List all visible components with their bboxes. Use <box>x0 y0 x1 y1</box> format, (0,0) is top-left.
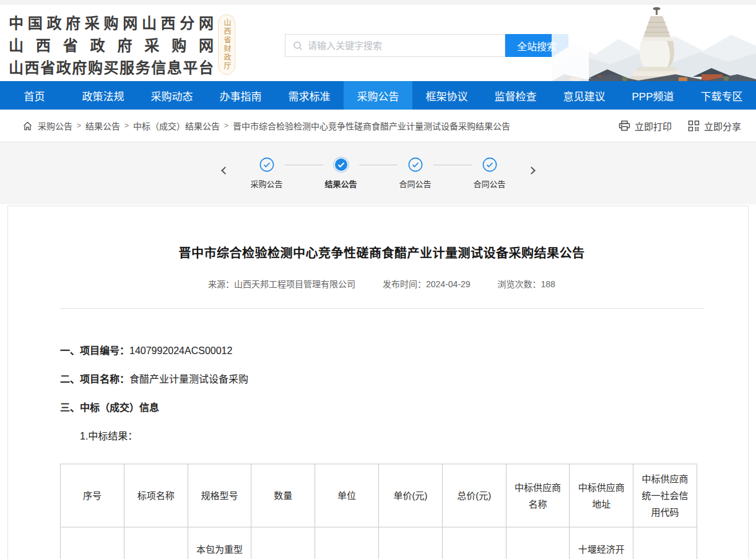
table-cell: 1 <box>61 527 124 559</box>
step-check-icon <box>407 157 424 173</box>
nav-item-7[interactable]: 框架协议 <box>412 81 481 110</box>
breadcrumb-separator: > <box>77 121 81 130</box>
article-view-count: 浏览次数：188 <box>498 279 555 289</box>
header-scenery-illustration <box>552 5 756 81</box>
step-采购公告-1[interactable]: 采购公告 <box>249 157 285 189</box>
table-cell: 湖北凯瑞专用车销售有限公司 <box>506 527 570 559</box>
table-column-header-8: 中标供应商名称 <box>506 464 570 527</box>
logo-line-2: 山西省政府采购网 <box>9 35 214 57</box>
table-column-header-7: 总价(元) <box>442 464 506 527</box>
finance-department-badge: 山西省财政厅 <box>218 14 235 75</box>
table-cell: 报价：849 000（元） <box>442 527 506 559</box>
article-section-3: 三、中标（成交）信息 <box>60 399 703 414</box>
article-publish-date: 发布时间：2024-04-29 <box>383 279 471 289</box>
nav-item-6[interactable]: 采购公告 <box>344 81 412 110</box>
table-column-header-9: 中标供应商地址 <box>570 464 633 527</box>
step-check-icon <box>333 157 349 173</box>
share-label: 立即分享 <box>704 119 741 132</box>
steps-next-chevron[interactable] <box>528 167 536 175</box>
step-connector <box>285 165 323 165</box>
step-合同公告-3[interactable]: 合同公告 <box>398 157 433 189</box>
breadcrumb-link-2[interactable]: 结果公告 <box>85 119 120 132</box>
announcement-card: 晋中市综合检验检测中心竞争性磋商食醋产业计量测试设备采购结果公告 来源：山西天邦… <box>7 206 749 559</box>
table-column-header-5: 单位 <box>315 464 379 527</box>
step-connector <box>433 165 472 165</box>
section-label: 一、项目编号： <box>60 345 129 356</box>
nav-item-1[interactable]: 首页 <box>0 81 69 110</box>
breadcrumb-link-3[interactable]: 中标（成交）结果公告 <box>133 119 220 132</box>
search-icon <box>293 41 303 51</box>
step-label: 合同公告 <box>399 178 431 189</box>
procurement-steps: 采购公告结果公告合同公告合同公告 <box>222 157 534 189</box>
table-column-header-10: 中标供应商统一社会信用代码 <box>633 464 697 527</box>
printer-icon <box>619 120 630 131</box>
article-section-2: 二、项目名称：食醋产业计量测试设备采购 <box>60 371 703 386</box>
print-label: 立即打印 <box>635 119 672 132</box>
step-label: 结果公告 <box>324 178 357 189</box>
table-cell <box>378 527 442 559</box>
breadcrumb-separator: > <box>124 121 129 130</box>
article-section-4: 1.中标结果： <box>60 428 703 443</box>
site-search: 全站搜索 <box>285 34 568 57</box>
table-column-header-4: 数量 <box>251 464 315 527</box>
page-title: 晋中市综合检验检测中心竞争性磋商食醋产业计量测试设备采购结果公告 <box>60 243 703 261</box>
search-input[interactable] <box>308 40 493 51</box>
section-value: 食醋产业计量测试设备采购 <box>129 374 248 384</box>
breadcrumb-current: 晋中市综合检验检测中心竞争性磋商食醋产业计量测试设备采购结果公告 <box>233 119 510 132</box>
divider <box>60 308 703 309</box>
section-value: 1.中标结果： <box>80 431 137 441</box>
step-connector <box>359 165 398 165</box>
breadcrumb-link-1[interactable]: 采购公告 <box>38 119 72 132</box>
nav-item-11[interactable]: 下载专区 <box>687 81 756 110</box>
table-cell: 采购包1 <box>124 527 188 559</box>
qr-share-icon <box>688 120 700 131</box>
print-button[interactable]: 立即打印 <box>619 119 672 132</box>
table-cell <box>315 527 379 559</box>
article-meta: 来源：山西天邦工程项目管理有限公司 发布时间：2024-04-29 浏览次数：1… <box>60 277 703 290</box>
browser-top-strip <box>0 0 756 5</box>
table-column-header-2: 标项名称 <box>124 464 188 527</box>
nav-item-4[interactable]: 办事指南 <box>206 81 275 110</box>
nav-item-3[interactable]: 采购动态 <box>137 81 206 110</box>
section-label: 三、中标（成交）信息 <box>60 402 159 413</box>
step-合同公告-4[interactable]: 合同公告 <box>472 157 508 189</box>
breadcrumb-bar: 采购公告>结果公告>中标（成交）结果公告>晋中市综合检验检测中心竞争性磋商食醋产… <box>0 110 756 142</box>
breadcrumb: 采购公告>结果公告>中标（成交）结果公告>晋中市综合检验检测中心竞争性磋商食醋产… <box>22 119 619 132</box>
table-cell: 本包为重型特殊结构货车（计量检衡车）的采购 <box>188 527 251 559</box>
nav-item-2[interactable]: 政策法规 <box>69 81 137 110</box>
nav-item-9[interactable]: 意见建议 <box>550 81 619 110</box>
table-cell: 十堰经济开发区白浪中路84号荣港花园1栋4单元202 <box>570 527 633 559</box>
table-column-header-3: 规格型号 <box>188 464 251 527</box>
procurement-steps-band: 采购公告结果公告合同公告合同公告 <box>0 142 756 204</box>
article-section-1: 一、项目编号：1407992024ACS00012 <box>60 342 703 357</box>
table-body: 1采购包1本包为重型特殊结构货车（计量检衡车）的采购报价：849 000（元）湖… <box>61 527 697 559</box>
step-label: 采购公告 <box>250 178 282 189</box>
search-box[interactable] <box>285 34 505 57</box>
site-header: 中国政府采购网山西分网 山西省政府采购网 山西省政府购买服务信息平台 山西省财政… <box>0 5 756 81</box>
table-row: 1采购包1本包为重型特殊结构货车（计量检衡车）的采购报价：849 000（元）湖… <box>61 527 697 559</box>
table-column-header-6: 单价(元) <box>378 464 442 527</box>
section-label: 二、项目名称： <box>60 374 129 384</box>
steps-prev-chevron[interactable] <box>221 167 229 175</box>
article-source: 来源：山西天邦工程项目管理有限公司 <box>208 279 355 289</box>
table-cell <box>251 527 315 559</box>
table-header-row: 序号标项名称规格型号数量单位单价(元)总价(元)中标供应商名称中标供应商地址中标… <box>61 464 697 527</box>
logo-line-3: 山西省政府购买服务信息平台 <box>9 57 214 79</box>
share-button[interactable]: 立即分享 <box>688 119 741 132</box>
breadcrumb-actions: 立即打印 立即分享 <box>619 119 741 132</box>
section-value: 1407992024ACS00012 <box>129 345 232 356</box>
award-result-table: 序号标项名称规格型号数量单位单价(元)总价(元)中标供应商名称中标供应商地址中标… <box>60 464 697 559</box>
site-logo[interactable]: 中国政府采购网山西分网 山西省政府采购网 山西省政府购买服务信息平台 <box>9 12 214 79</box>
logo-line-1: 中国政府采购网山西分网 <box>9 12 214 35</box>
nav-item-8[interactable]: 监督检查 <box>481 81 550 110</box>
article-body: 一、项目编号：1407992024ACS00012二、项目名称：食醋产业计量测试… <box>60 342 703 443</box>
table-cell: 91420300316475643K <box>633 527 697 559</box>
nav-item-10[interactable]: PPP频道 <box>619 81 687 110</box>
main-navigation: 首页政策法规采购动态办事指南需求标准采购公告框架协议监督检查意见建议PPP频道下… <box>0 81 756 110</box>
table-column-header-1: 序号 <box>61 464 124 527</box>
step-check-icon <box>259 157 275 173</box>
nav-item-5[interactable]: 需求标准 <box>275 81 344 110</box>
step-label: 合同公告 <box>473 178 505 189</box>
home-icon[interactable] <box>22 121 33 131</box>
step-结果公告-2[interactable]: 结果公告 <box>323 157 359 189</box>
